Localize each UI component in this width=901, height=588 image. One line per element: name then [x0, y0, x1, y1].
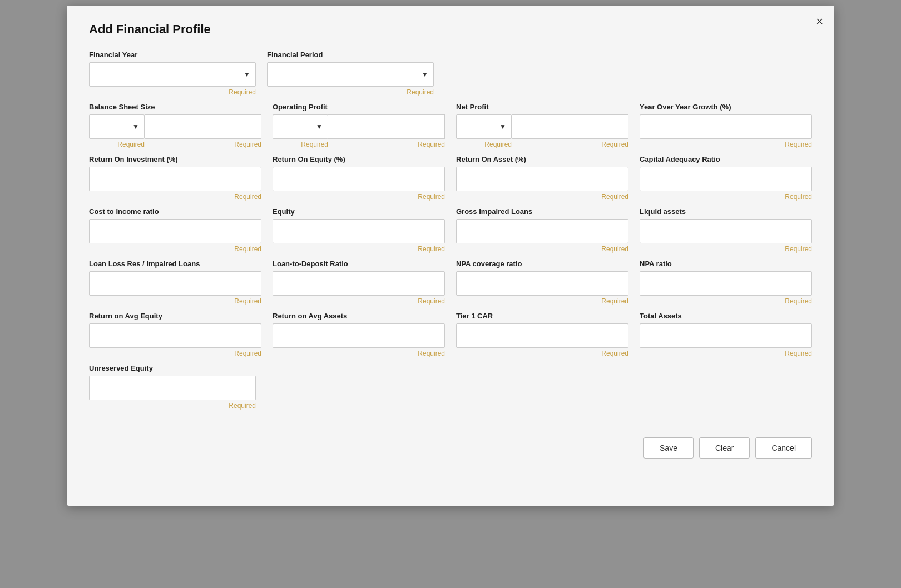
- net-profit-required: Required: [512, 141, 628, 148]
- npa-coverage-ratio-label: NPA coverage ratio: [456, 260, 628, 268]
- add-financial-profile-modal: Add Financial Profile × Financial Year ▼…: [67, 6, 834, 506]
- cost-to-income-ratio-input[interactable]: [89, 219, 261, 243]
- liquid-assets-label: Liquid assets: [640, 207, 812, 216]
- unreserved-equity-required: Required: [89, 402, 256, 410]
- net-profit-input[interactable]: [512, 114, 628, 139]
- balance-sheet-currency-required: Required: [89, 141, 145, 148]
- financial-year-select-wrapper[interactable]: ▼: [89, 62, 256, 87]
- balance-sheet-size-input[interactable]: [145, 114, 261, 139]
- operating-profit-currency-required: Required: [273, 141, 328, 148]
- return-on-equity-input[interactable]: [273, 167, 445, 191]
- operating-profit-label: Operating Profit: [273, 103, 445, 111]
- net-profit-input-wrapper: ▼: [456, 114, 628, 139]
- net-profit-currency-select-wrapper[interactable]: ▼: [456, 114, 512, 139]
- close-button[interactable]: ×: [816, 16, 823, 28]
- loan-to-deposit-ratio-group: Loan-to-Deposit Ratio Required: [273, 260, 445, 305]
- unreserved-equity-input[interactable]: [89, 376, 256, 400]
- gross-impaired-loans-input[interactable]: [456, 219, 628, 243]
- row-financial-year-period: Financial Year ▼ Required Financial Peri…: [89, 51, 812, 96]
- capital-adequacy-ratio-group: Capital Adequacy Ratio Required: [640, 155, 812, 201]
- npa-ratio-label: NPA ratio: [640, 260, 812, 268]
- financial-year-select[interactable]: [89, 62, 256, 87]
- row-balance-sheet: Balance Sheet Size ▼ Required: [89, 103, 812, 148]
- net-profit-label: Net Profit: [456, 103, 628, 111]
- tier1-car-required: Required: [456, 350, 628, 357]
- liquid-assets-group: Liquid assets Required: [640, 207, 812, 253]
- loan-loss-res-input[interactable]: [89, 271, 261, 296]
- return-on-equity-label: Return On Equity (%): [273, 155, 445, 163]
- balance-sheet-currency-select-wrapper[interactable]: ▼: [89, 114, 145, 139]
- financial-period-select[interactable]: [267, 62, 434, 87]
- year-over-year-growth-required: Required: [640, 141, 812, 148]
- return-on-avg-assets-input[interactable]: [273, 323, 445, 348]
- year-over-year-growth-input[interactable]: [640, 114, 812, 139]
- row-returns: Return On Investment (%) Required Return…: [89, 155, 812, 201]
- return-on-avg-equity-required: Required: [89, 350, 261, 357]
- liquid-assets-required: Required: [640, 245, 812, 253]
- return-on-investment-input[interactable]: [89, 167, 261, 191]
- return-on-investment-group: Return On Investment (%) Required: [89, 155, 261, 201]
- npa-coverage-ratio-group: NPA coverage ratio Required: [456, 260, 628, 305]
- npa-coverage-ratio-input[interactable]: [456, 271, 628, 296]
- balance-sheet-currency-select[interactable]: [89, 114, 145, 139]
- row-cost-equity: Cost to Income ratio Required Equity Req…: [89, 207, 812, 253]
- return-on-avg-assets-group: Return on Avg Assets Required: [273, 312, 445, 357]
- npa-coverage-ratio-required: Required: [456, 297, 628, 305]
- loan-to-deposit-ratio-required: Required: [273, 297, 445, 305]
- return-on-equity-group: Return On Equity (%) Required: [273, 155, 445, 201]
- cancel-button[interactable]: Cancel: [755, 437, 812, 459]
- row-loan-npa: Loan Loss Res / Impaired Loans Required …: [89, 260, 812, 305]
- capital-adequacy-ratio-required: Required: [640, 193, 812, 201]
- return-on-avg-assets-label: Return on Avg Assets: [273, 312, 445, 320]
- tier1-car-group: Tier 1 CAR Required: [456, 312, 628, 357]
- net-profit-group: Net Profit ▼ Required: [456, 103, 628, 148]
- financial-period-required: Required: [267, 88, 434, 96]
- loan-loss-res-group: Loan Loss Res / Impaired Loans Required: [89, 260, 261, 305]
- return-on-investment-required: Required: [89, 193, 261, 201]
- capital-adequacy-ratio-input[interactable]: [640, 167, 812, 191]
- equity-label: Equity: [273, 207, 445, 216]
- return-on-equity-required: Required: [273, 193, 445, 201]
- cost-to-income-ratio-group: Cost to Income ratio Required: [89, 207, 261, 253]
- gross-impaired-loans-required: Required: [456, 245, 628, 253]
- npa-ratio-required: Required: [640, 297, 812, 305]
- financial-year-group: Financial Year ▼ Required: [89, 51, 256, 96]
- return-on-asset-required: Required: [456, 193, 628, 201]
- npa-ratio-group: NPA ratio Required: [640, 260, 812, 305]
- financial-period-group: Financial Period ▼ Required: [267, 51, 434, 96]
- loan-loss-res-required: Required: [89, 297, 261, 305]
- form-section: Financial Year ▼ Required Financial Peri…: [89, 51, 812, 410]
- save-button[interactable]: Save: [643, 437, 694, 459]
- liquid-assets-input[interactable]: [640, 219, 812, 243]
- total-assets-input[interactable]: [640, 323, 812, 348]
- balance-sheet-size-group: Balance Sheet Size ▼ Required: [89, 103, 261, 148]
- clear-button[interactable]: Clear: [699, 437, 750, 459]
- operating-profit-currency-select-wrapper[interactable]: ▼: [273, 114, 328, 139]
- operating-profit-input[interactable]: [328, 114, 445, 139]
- loan-loss-res-label: Loan Loss Res / Impaired Loans: [89, 260, 261, 268]
- net-profit-currency-select[interactable]: [456, 114, 512, 139]
- return-on-avg-equity-label: Return on Avg Equity: [89, 312, 261, 320]
- operating-profit-input-wrapper: ▼: [273, 114, 445, 139]
- gross-impaired-loans-group: Gross Impaired Loans Required: [456, 207, 628, 253]
- balance-sheet-size-required: Required: [145, 141, 261, 148]
- npa-ratio-input[interactable]: [640, 271, 812, 296]
- return-on-investment-label: Return On Investment (%): [89, 155, 261, 163]
- unreserved-equity-label: Unreserved Equity: [89, 364, 256, 372]
- financial-period-label: Financial Period: [267, 51, 434, 59]
- return-on-avg-assets-required: Required: [273, 350, 445, 357]
- financial-year-label: Financial Year: [89, 51, 256, 59]
- loan-to-deposit-ratio-input[interactable]: [273, 271, 445, 296]
- total-assets-required: Required: [640, 350, 812, 357]
- return-on-avg-equity-input[interactable]: [89, 323, 261, 348]
- capital-adequacy-ratio-label: Capital Adequacy Ratio: [640, 155, 812, 163]
- equity-input[interactable]: [273, 219, 445, 243]
- financial-period-select-wrapper[interactable]: ▼: [267, 62, 434, 87]
- return-on-asset-input[interactable]: [456, 167, 628, 191]
- equity-required: Required: [273, 245, 445, 253]
- tier1-car-input[interactable]: [456, 323, 628, 348]
- footer-buttons: Save Clear Cancel: [89, 426, 812, 459]
- tier1-car-label: Tier 1 CAR: [456, 312, 628, 320]
- operating-profit-currency-select[interactable]: [273, 114, 328, 139]
- gross-impaired-loans-label: Gross Impaired Loans: [456, 207, 628, 216]
